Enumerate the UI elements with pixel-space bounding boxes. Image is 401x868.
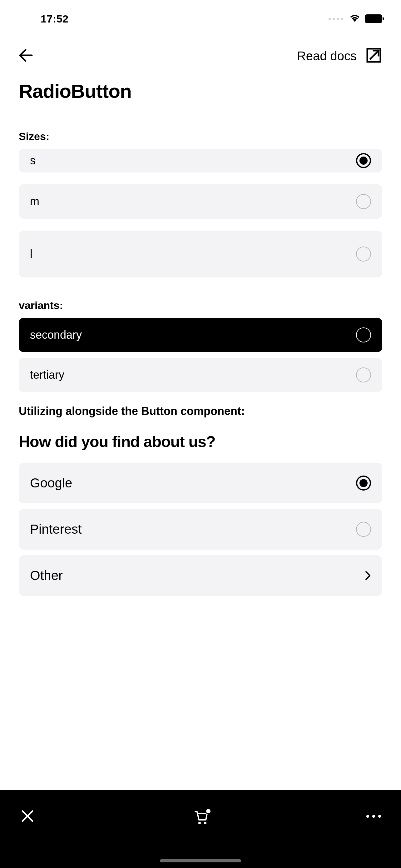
- read-docs-link[interactable]: Read docs: [297, 47, 382, 65]
- cart-badge: [205, 808, 211, 814]
- svg-point-1: [198, 822, 201, 824]
- radio-icon: [356, 367, 371, 382]
- sizes-label: Sizes:: [0, 121, 401, 149]
- back-button[interactable]: [18, 47, 34, 65]
- usage-option-other[interactable]: Other: [19, 555, 382, 596]
- wifi-icon: [349, 14, 360, 23]
- option-label: tertiary: [30, 368, 64, 381]
- radio-icon: [356, 328, 371, 342]
- radio-icon: [356, 522, 371, 537]
- bottom-bar: [0, 790, 401, 868]
- size-option-m[interactable]: m: [19, 184, 382, 219]
- close-button[interactable]: [20, 809, 35, 825]
- external-link-icon: [365, 47, 382, 65]
- variant-option-secondary[interactable]: secondary: [19, 318, 382, 352]
- chevron-right-icon: [365, 570, 371, 581]
- variant-option-tertiary[interactable]: tertiary: [19, 358, 382, 392]
- more-button[interactable]: [366, 809, 381, 824]
- radio-icon: [356, 194, 371, 209]
- status-time: 17:52: [41, 13, 68, 25]
- status-indicators: [329, 14, 382, 23]
- size-option-s[interactable]: s: [19, 149, 382, 173]
- option-label: Google: [30, 475, 72, 491]
- option-label: Other: [30, 568, 63, 583]
- battery-icon: [365, 14, 382, 23]
- usage-option-pinterest[interactable]: Pinterest: [19, 509, 382, 550]
- variants-options: secondary tertiary: [0, 318, 401, 392]
- option-label: s: [30, 154, 36, 167]
- sizes-options: s m l: [0, 149, 401, 277]
- option-label: Pinterest: [30, 522, 82, 537]
- usage-options: Google Pinterest Other: [0, 463, 401, 596]
- option-label: l: [30, 247, 32, 260]
- page-title: RadioButton: [0, 74, 401, 121]
- option-label: m: [30, 195, 39, 208]
- cart-button[interactable]: [192, 809, 209, 827]
- status-bar: 17:52: [0, 0, 401, 37]
- usage-label: Utilizing alongside the Button component…: [0, 392, 401, 427]
- usage-option-google[interactable]: Google: [19, 463, 382, 503]
- variants-label: variants:: [0, 290, 401, 318]
- radio-icon: [356, 475, 371, 491]
- cellular-signal-icon: [329, 18, 343, 20]
- nav-bar: Read docs: [0, 37, 401, 74]
- radio-icon: [356, 153, 371, 168]
- home-indicator[interactable]: [160, 859, 241, 862]
- svg-point-2: [204, 822, 206, 824]
- read-docs-label: Read docs: [297, 49, 357, 63]
- option-label: secondary: [30, 329, 82, 342]
- question-heading: How did you find about us?: [0, 427, 401, 463]
- radio-icon: [356, 247, 371, 261]
- size-option-l[interactable]: l: [19, 230, 382, 277]
